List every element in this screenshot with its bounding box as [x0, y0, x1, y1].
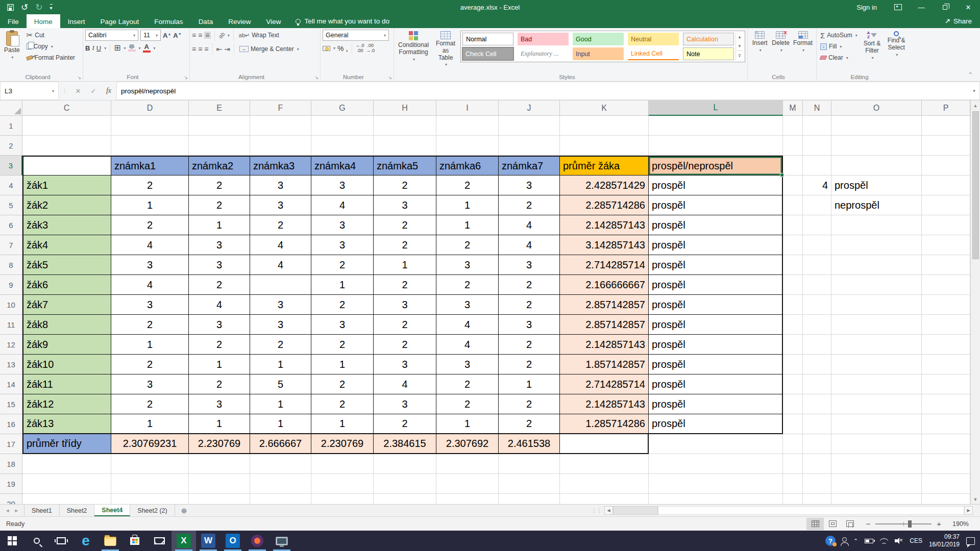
chevron-down-icon[interactable]: ▾ — [228, 33, 230, 38]
cell-M10[interactable] — [783, 295, 803, 315]
help-tray-icon[interactable]: ? — [825, 536, 836, 546]
style-chip-good[interactable]: Good — [573, 33, 624, 45]
cell-F4[interactable]: 3 — [250, 176, 311, 195]
cell-P1[interactable] — [922, 116, 970, 136]
row-header-15[interactable]: 15 — [0, 394, 22, 414]
cell-F8[interactable]: 4 — [250, 255, 311, 275]
percent-style-button[interactable]: % — [337, 44, 344, 53]
row-header-10[interactable]: 10 — [0, 295, 22, 315]
cell-K8[interactable]: 2.714285714 — [560, 255, 649, 275]
increase-indent-button[interactable]: ⇥ — [224, 45, 230, 53]
people-tray-icon[interactable] — [842, 537, 847, 542]
cell-G15[interactable]: 2 — [311, 394, 374, 414]
dialog-launcher-icon[interactable]: ↘ — [184, 75, 188, 80]
orientation-button[interactable]: ab — [217, 31, 226, 39]
cell-H8[interactable]: 1 — [374, 255, 436, 275]
cell-P15[interactable] — [922, 394, 970, 414]
column-header-D[interactable]: D — [111, 101, 189, 116]
cell-L8[interactable]: prospěl — [649, 255, 783, 275]
cell-N18[interactable] — [803, 454, 831, 474]
cell-G7[interactable]: 3 — [311, 235, 374, 255]
cell-J4[interactable]: 3 — [499, 176, 560, 195]
cell-I3[interactable]: známka6 — [436, 156, 499, 176]
cell-I8[interactable]: 3 — [436, 255, 499, 275]
cell-G10[interactable]: 2 — [311, 295, 374, 315]
cell-C12[interactable]: žák9 — [22, 335, 111, 355]
style-chip-normal[interactable]: Normal — [462, 33, 513, 45]
cell-M14[interactable] — [783, 374, 803, 394]
column-header-M[interactable]: M — [783, 101, 803, 116]
row-header-17[interactable]: 17 — [0, 434, 22, 454]
cell-O18[interactable] — [831, 454, 922, 474]
insert-cells-button[interactable]: Insert▾ — [750, 30, 770, 54]
tab-review[interactable]: Review — [220, 14, 258, 28]
cell-F12[interactable]: 2 — [250, 335, 311, 355]
cell-N8[interactable] — [803, 255, 831, 275]
cell-J1[interactable] — [499, 116, 560, 136]
start-taskbar-button[interactable] — [0, 531, 24, 551]
cell-F3[interactable]: známka3 — [250, 156, 311, 176]
cell-G20[interactable] — [311, 494, 374, 504]
cell-J15[interactable]: 2 — [499, 394, 560, 414]
column-header-F[interactable]: F — [250, 101, 311, 116]
cell-J18[interactable] — [499, 454, 560, 474]
cell-C7[interactable]: žák4 — [22, 235, 111, 255]
cell-C10[interactable]: žák7 — [22, 295, 111, 315]
cell-G5[interactable]: 4 — [311, 195, 374, 215]
cell-P18[interactable] — [922, 454, 970, 474]
cell-L16[interactable]: prospěl — [649, 414, 783, 434]
cell-D14[interactable]: 3 — [111, 374, 189, 394]
horizontal-scrollbar[interactable]: ⋮⋮ ◀ ▶ — [592, 506, 973, 515]
new-sheet-button[interactable]: ⊕ — [175, 505, 193, 516]
cell-O17[interactable] — [831, 434, 922, 454]
cell-F1[interactable] — [250, 116, 311, 136]
sort-filter-button[interactable]: AZ Sort & Filter ▾ — [861, 30, 884, 63]
cell-E12[interactable]: 2 — [189, 335, 250, 355]
cell-C16[interactable]: žák13 — [22, 414, 111, 434]
cell-G2[interactable] — [311, 136, 374, 156]
cell-L4[interactable]: prospěl — [649, 176, 783, 195]
fill-button[interactable]: ↓Fill▾ — [819, 41, 859, 52]
cell-M16[interactable] — [783, 414, 803, 434]
cell-L11[interactable]: prospěl — [649, 315, 783, 335]
cell-F19[interactable] — [250, 474, 311, 494]
cell-C3[interactable] — [22, 156, 111, 176]
chevron-down-icon[interactable]: ▾ — [154, 46, 156, 51]
ribbon-display-options-button[interactable] — [886, 0, 910, 14]
row-header-1[interactable]: 1 — [0, 116, 22, 136]
gallery-more-icon[interactable]: ⊽ — [736, 51, 743, 60]
column-header-J[interactable]: J — [499, 101, 560, 116]
cell-M11[interactable] — [783, 315, 803, 335]
cell-E10[interactable]: 4 — [189, 295, 250, 315]
cell-D6[interactable]: 2 — [111, 215, 189, 235]
cell-H5[interactable]: 3 — [374, 195, 436, 215]
align-center-button[interactable]: ≡ — [198, 45, 202, 53]
cell-D20[interactable] — [111, 494, 189, 504]
cell-C17[interactable]: průměr třídy — [22, 434, 111, 454]
cell-E3[interactable]: známka2 — [189, 156, 250, 176]
align-top-button[interactable]: ≡ — [192, 32, 196, 39]
chevron-down-icon[interactable]: ▾ — [124, 46, 126, 51]
cell-I17[interactable]: 2.307692 — [436, 434, 499, 454]
cell-N4[interactable]: 4 — [803, 176, 831, 195]
row-header-4[interactable]: 4 — [0, 176, 22, 195]
cell-L5[interactable]: prospěl — [649, 195, 783, 215]
normal-view-button[interactable] — [806, 518, 824, 530]
horizontal-scrollbar-thumb[interactable] — [613, 506, 658, 515]
save-icon[interactable] — [7, 4, 14, 11]
cell-F9[interactable] — [250, 275, 311, 295]
cell-N5[interactable] — [803, 195, 831, 215]
cell-P11[interactable] — [922, 315, 970, 335]
clear-button[interactable]: Clear▾ — [819, 52, 859, 63]
cell-O14[interactable] — [831, 374, 922, 394]
cell-P16[interactable] — [922, 414, 970, 434]
accounting-format-button[interactable] — [323, 46, 330, 51]
cell-J2[interactable] — [499, 136, 560, 156]
cell-O7[interactable] — [831, 235, 922, 255]
cell-D4[interactable]: 2 — [111, 176, 189, 195]
restore-button[interactable] — [933, 0, 957, 14]
cell-K6[interactable]: 2.142857143 — [560, 215, 649, 235]
column-header-K[interactable]: K — [560, 101, 649, 116]
insert-function-icon[interactable]: fx — [101, 82, 116, 100]
cell-K18[interactable] — [560, 454, 649, 474]
